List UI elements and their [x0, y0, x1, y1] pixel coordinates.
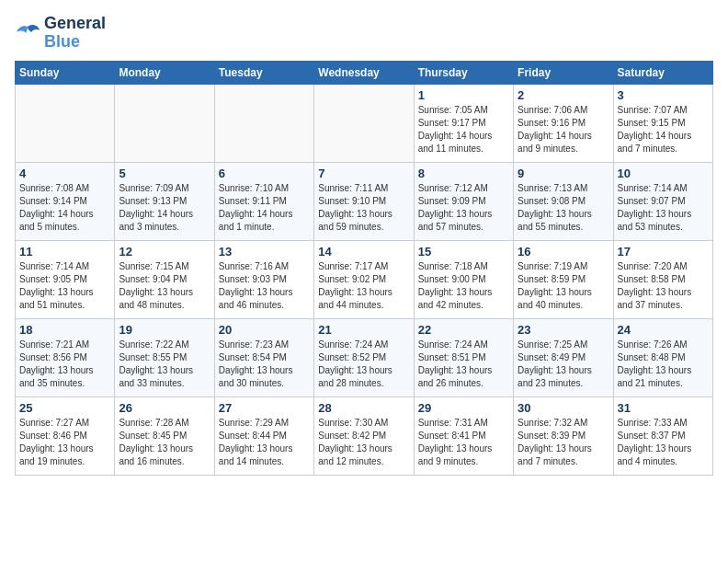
day-info: Sunrise: 7:31 AM Sunset: 8:41 PM Dayligh… [418, 417, 509, 468]
day-number: 19 [119, 323, 210, 337]
day-info: Sunrise: 7:11 AM Sunset: 9:10 PM Dayligh… [318, 182, 409, 234]
day-info: Sunrise: 7:20 AM Sunset: 8:58 PM Dayligh… [618, 260, 709, 312]
calendar-cell: 2Sunrise: 7:06 AM Sunset: 9:16 PM Daylig… [514, 84, 613, 162]
calendar-cell: 4Sunrise: 7:08 AM Sunset: 9:14 PM Daylig… [16, 162, 115, 240]
logo-bird-icon [15, 23, 40, 43]
day-number: 6 [219, 167, 310, 180]
calendar-week-row: 11Sunrise: 7:14 AM Sunset: 9:05 PM Dayli… [16, 240, 713, 318]
weekday-header-thursday: Thursday [414, 61, 513, 84]
day-number: 4 [19, 167, 110, 180]
day-number: 15 [418, 245, 509, 259]
day-number: 27 [219, 401, 310, 415]
calendar-cell: 31Sunrise: 7:33 AM Sunset: 8:37 PM Dayli… [613, 396, 712, 475]
calendar-cell: 5Sunrise: 7:09 AM Sunset: 9:13 PM Daylig… [115, 162, 214, 240]
day-number: 20 [219, 323, 310, 337]
day-info: Sunrise: 7:23 AM Sunset: 8:54 PM Dayligh… [219, 339, 310, 390]
calendar-header-row: SundayMondayTuesdayWednesdayThursdayFrid… [16, 61, 713, 84]
day-info: Sunrise: 7:14 AM Sunset: 9:07 PM Dayligh… [618, 182, 709, 234]
calendar-cell [16, 84, 115, 162]
calendar-week-row: 4Sunrise: 7:08 AM Sunset: 9:14 PM Daylig… [16, 162, 713, 240]
day-info: Sunrise: 7:09 AM Sunset: 9:13 PM Dayligh… [119, 182, 210, 234]
calendar-cell: 21Sunrise: 7:24 AM Sunset: 8:52 PM Dayli… [314, 318, 414, 396]
weekday-header-monday: Monday [115, 61, 214, 84]
calendar-cell: 15Sunrise: 7:18 AM Sunset: 9:00 PM Dayli… [414, 240, 513, 318]
calendar-cell: 12Sunrise: 7:15 AM Sunset: 9:04 PM Dayli… [115, 240, 214, 318]
day-number: 30 [518, 401, 609, 415]
day-number: 24 [618, 323, 709, 337]
day-number: 8 [418, 167, 509, 180]
day-info: Sunrise: 7:29 AM Sunset: 8:44 PM Dayligh… [219, 417, 310, 468]
calendar-table: SundayMondayTuesdayWednesdayThursdayFrid… [15, 61, 713, 476]
calendar-cell: 27Sunrise: 7:29 AM Sunset: 8:44 PM Dayli… [214, 396, 313, 475]
day-number: 9 [518, 167, 609, 180]
day-number: 22 [418, 323, 509, 337]
day-number: 28 [318, 401, 409, 415]
day-info: Sunrise: 7:17 AM Sunset: 9:02 PM Dayligh… [318, 260, 409, 312]
day-number: 29 [418, 401, 509, 415]
calendar-cell: 18Sunrise: 7:21 AM Sunset: 8:56 PM Dayli… [16, 318, 115, 396]
calendar-cell: 7Sunrise: 7:11 AM Sunset: 9:10 PM Daylig… [314, 162, 414, 240]
day-info: Sunrise: 7:24 AM Sunset: 8:52 PM Dayligh… [318, 339, 409, 390]
day-number: 1 [418, 88, 509, 102]
day-number: 12 [119, 245, 210, 259]
day-number: 14 [318, 245, 409, 259]
calendar-cell: 8Sunrise: 7:12 AM Sunset: 9:09 PM Daylig… [414, 162, 513, 240]
day-number: 13 [219, 245, 310, 259]
day-number: 11 [19, 245, 110, 259]
logo: General Blue [15, 15, 106, 52]
day-number: 3 [618, 88, 709, 102]
day-info: Sunrise: 7:33 AM Sunset: 8:37 PM Dayligh… [618, 417, 709, 468]
day-info: Sunrise: 7:06 AM Sunset: 9:16 PM Dayligh… [518, 104, 609, 155]
day-info: Sunrise: 7:26 AM Sunset: 8:48 PM Dayligh… [618, 339, 709, 390]
day-info: Sunrise: 7:21 AM Sunset: 8:56 PM Dayligh… [19, 339, 110, 390]
calendar-cell: 19Sunrise: 7:22 AM Sunset: 8:55 PM Dayli… [115, 318, 214, 396]
day-info: Sunrise: 7:15 AM Sunset: 9:04 PM Dayligh… [119, 260, 210, 312]
day-info: Sunrise: 7:13 AM Sunset: 9:08 PM Dayligh… [518, 182, 609, 234]
calendar-week-row: 1Sunrise: 7:05 AM Sunset: 9:17 PM Daylig… [16, 84, 713, 162]
day-number: 2 [518, 88, 609, 102]
calendar-cell: 9Sunrise: 7:13 AM Sunset: 9:08 PM Daylig… [514, 162, 613, 240]
day-info: Sunrise: 7:22 AM Sunset: 8:55 PM Dayligh… [119, 339, 210, 390]
weekday-header-tuesday: Tuesday [214, 61, 313, 84]
day-info: Sunrise: 7:07 AM Sunset: 9:15 PM Dayligh… [618, 104, 709, 155]
day-info: Sunrise: 7:10 AM Sunset: 9:11 PM Dayligh… [219, 182, 310, 234]
day-number: 10 [618, 167, 709, 180]
calendar-cell [214, 84, 313, 162]
day-number: 26 [119, 401, 210, 415]
calendar-cell: 17Sunrise: 7:20 AM Sunset: 8:58 PM Dayli… [613, 240, 712, 318]
calendar-cell: 3Sunrise: 7:07 AM Sunset: 9:15 PM Daylig… [613, 84, 712, 162]
day-info: Sunrise: 7:05 AM Sunset: 9:17 PM Dayligh… [418, 104, 509, 155]
day-info: Sunrise: 7:27 AM Sunset: 8:46 PM Dayligh… [19, 417, 110, 468]
calendar-cell [115, 84, 214, 162]
day-info: Sunrise: 7:08 AM Sunset: 9:14 PM Dayligh… [19, 182, 110, 234]
calendar-cell: 24Sunrise: 7:26 AM Sunset: 8:48 PM Dayli… [613, 318, 712, 396]
calendar-body: 1Sunrise: 7:05 AM Sunset: 9:17 PM Daylig… [16, 84, 713, 475]
calendar-cell: 6Sunrise: 7:10 AM Sunset: 9:11 PM Daylig… [214, 162, 313, 240]
weekday-header-saturday: Saturday [613, 61, 712, 84]
calendar-cell: 16Sunrise: 7:19 AM Sunset: 8:59 PM Dayli… [514, 240, 613, 318]
calendar-cell: 13Sunrise: 7:16 AM Sunset: 9:03 PM Dayli… [214, 240, 313, 318]
day-number: 17 [618, 245, 709, 259]
day-number: 25 [19, 401, 110, 415]
calendar-cell: 10Sunrise: 7:14 AM Sunset: 9:07 PM Dayli… [613, 162, 712, 240]
calendar-cell: 29Sunrise: 7:31 AM Sunset: 8:41 PM Dayli… [414, 396, 513, 475]
day-info: Sunrise: 7:30 AM Sunset: 8:42 PM Dayligh… [318, 417, 409, 468]
day-info: Sunrise: 7:25 AM Sunset: 8:49 PM Dayligh… [518, 339, 609, 390]
calendar-cell: 14Sunrise: 7:17 AM Sunset: 9:02 PM Dayli… [314, 240, 414, 318]
calendar-cell: 26Sunrise: 7:28 AM Sunset: 8:45 PM Dayli… [115, 396, 214, 475]
logo-text: General Blue [44, 15, 106, 52]
day-number: 21 [318, 323, 409, 337]
weekday-header-friday: Friday [514, 61, 613, 84]
day-info: Sunrise: 7:16 AM Sunset: 9:03 PM Dayligh… [219, 260, 310, 312]
calendar-cell [314, 84, 414, 162]
calendar-cell: 22Sunrise: 7:24 AM Sunset: 8:51 PM Dayli… [414, 318, 513, 396]
day-info: Sunrise: 7:24 AM Sunset: 8:51 PM Dayligh… [418, 339, 509, 390]
day-info: Sunrise: 7:28 AM Sunset: 8:45 PM Dayligh… [119, 417, 210, 468]
calendar-cell: 23Sunrise: 7:25 AM Sunset: 8:49 PM Dayli… [514, 318, 613, 396]
calendar-cell: 20Sunrise: 7:23 AM Sunset: 8:54 PM Dayli… [214, 318, 313, 396]
day-number: 31 [618, 401, 709, 415]
calendar-week-row: 18Sunrise: 7:21 AM Sunset: 8:56 PM Dayli… [16, 318, 713, 396]
day-number: 18 [19, 323, 110, 337]
calendar-cell: 28Sunrise: 7:30 AM Sunset: 8:42 PM Dayli… [314, 396, 414, 475]
weekday-header-wednesday: Wednesday [314, 61, 414, 84]
